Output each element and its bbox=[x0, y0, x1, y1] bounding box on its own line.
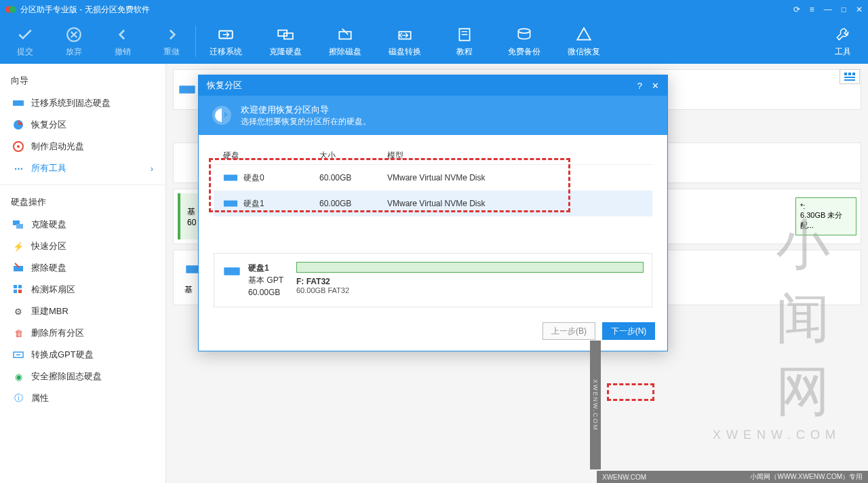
wipe-disk-button[interactable]: 擦除磁盘 bbox=[325, 26, 366, 58]
view-toggle-button[interactable] bbox=[840, 69, 860, 84]
sidebar-item-properties[interactable]: ⓘ属性 bbox=[0, 387, 165, 409]
preview-disk-name: 硬盘1 bbox=[248, 262, 283, 274]
sidebar-item-bootable-disc[interactable]: 制作启动光盘 bbox=[0, 136, 165, 157]
table-row[interactable]: 硬盘1 60.00GB VMware Virtual NVMe Disk bbox=[214, 191, 652, 216]
svg-rect-22 bbox=[844, 73, 847, 75]
sidebar-item-migrate-ssd[interactable]: 迁移系统到固态硬盘 bbox=[0, 92, 165, 114]
sidebar-item-convert-gpt[interactable]: 转换成GPT硬盘 bbox=[0, 344, 165, 366]
undo-button[interactable]: 撤销 bbox=[104, 26, 141, 58]
main-toolbar: 提交 放弃 撤销 重做 迁移系统 克隆硬盘 擦除磁盘 磁盘转换 教程 免费备份 … bbox=[0, 19, 868, 64]
sidebar-item-all-tools[interactable]: ⋯所有工具› bbox=[0, 157, 165, 179]
window-title: 分区助手专业版 - 无损分区免费软件 bbox=[20, 4, 793, 16]
dialog-header: 恢复分区 ? ✕ bbox=[199, 75, 667, 96]
recover-partition-dialog: 恢复分区 ? ✕ 欢迎使用恢复分区向导 选择您想要恢复的分区所在的硬盘。 硬盘 … bbox=[198, 75, 668, 351]
svg-rect-6 bbox=[339, 31, 351, 39]
commit-button[interactable]: 提交 bbox=[7, 26, 43, 58]
svg-rect-24 bbox=[852, 73, 855, 75]
chevron-right-icon: › bbox=[151, 163, 153, 174]
eraser-icon bbox=[12, 262, 24, 274]
svg-rect-27 bbox=[179, 85, 195, 94]
disk-convert-button[interactable]: 磁盘转换 bbox=[384, 26, 425, 58]
ssd-icon bbox=[12, 97, 24, 109]
disk-icon bbox=[222, 262, 241, 281]
migrate-os-button[interactable]: 迁移系统 bbox=[205, 26, 246, 58]
partition-label: F: FAT32 bbox=[296, 277, 644, 286]
sidebar-item-clone-disk[interactable]: 克隆硬盘 bbox=[0, 214, 165, 235]
tutorial-button[interactable]: 教程 bbox=[444, 26, 485, 58]
next-button[interactable]: 下一步(N) bbox=[602, 322, 655, 340]
svg-rect-31 bbox=[224, 200, 237, 206]
gear-icon: ⚙ bbox=[12, 305, 24, 317]
disk-icon bbox=[223, 172, 238, 183]
table-header: 硬盘 大小 模型 bbox=[214, 147, 652, 165]
bolt-icon: ⚡ bbox=[12, 240, 24, 252]
disk-preview: 硬盘1 基本 GPT 60.00GB F: FAT32 60.00GB FAT3… bbox=[214, 253, 652, 307]
maximize-icon[interactable]: □ bbox=[842, 5, 846, 14]
svg-rect-17 bbox=[14, 285, 17, 288]
pie-icon bbox=[12, 119, 24, 131]
svg-rect-20 bbox=[18, 290, 22, 293]
table-row[interactable]: 硬盘0 60.00GB VMware Virtual NVMe Disk bbox=[214, 165, 652, 191]
svg-point-13 bbox=[17, 145, 20, 148]
app-logo-icon bbox=[5, 4, 16, 15]
col-disk: 硬盘 bbox=[218, 150, 319, 161]
sidebar-item-rebuild-mbr[interactable]: ⚙重建MBR bbox=[0, 301, 165, 322]
grid-icon bbox=[12, 284, 24, 296]
menu-icon[interactable]: ≡ bbox=[810, 5, 814, 14]
sidebar-item-secure-erase-ssd[interactable]: ◉安全擦除固态硬盘 bbox=[0, 366, 165, 387]
svg-rect-32 bbox=[224, 267, 239, 275]
preview-disk-type: 基本 GPT bbox=[248, 274, 283, 286]
prev-button[interactable]: 上一步(B) bbox=[542, 322, 595, 340]
redo-button[interactable]: 重做 bbox=[153, 26, 190, 58]
col-size: 大小 bbox=[319, 150, 387, 161]
sidebar: 向导 迁移系统到固态硬盘 恢复分区 制作启动光盘 ⋯所有工具› 硬盘操作 克隆硬… bbox=[0, 64, 166, 483]
dots-icon: ⋯ bbox=[12, 162, 24, 174]
disc-icon bbox=[12, 140, 24, 153]
dialog-close-icon[interactable]: ✕ bbox=[652, 81, 659, 91]
disk-icon bbox=[178, 80, 197, 99]
unallocated-block[interactable]: *: 6.30GB 未分配... bbox=[795, 197, 856, 235]
window-controls: ⟳ ≡ — □ ✕ bbox=[793, 5, 863, 14]
svg-rect-10 bbox=[13, 100, 24, 106]
unalloc-label: *: bbox=[800, 202, 852, 210]
col-model: 模型 bbox=[387, 150, 648, 161]
sidebar-item-delete-all[interactable]: 🗑删除所有分区 bbox=[0, 322, 165, 344]
help-icon[interactable]: ? bbox=[637, 81, 642, 91]
close-icon[interactable]: ✕ bbox=[856, 5, 863, 14]
wizard-section-title: 向导 bbox=[0, 69, 165, 92]
svg-rect-18 bbox=[18, 285, 22, 288]
unalloc-size: 6.30GB 未分配... bbox=[800, 210, 852, 231]
tools-button[interactable]: 工具 bbox=[825, 26, 861, 58]
titlebar: 分区助手专业版 - 无损分区免费软件 ⟳ ≡ — □ ✕ bbox=[0, 0, 868, 19]
convert-icon bbox=[12, 349, 24, 361]
sidebar-item-wipe-disk[interactable]: 擦除硬盘 bbox=[0, 257, 165, 279]
dialog-title: 恢复分区 bbox=[207, 79, 637, 92]
sidebar-item-quick-partition[interactable]: ⚡快速分区 bbox=[0, 235, 165, 257]
partition-sub: 60.00GB FAT32 bbox=[296, 286, 644, 294]
svg-rect-30 bbox=[224, 174, 237, 180]
shield-icon: ◉ bbox=[12, 370, 24, 383]
refresh-icon[interactable]: ⟳ bbox=[793, 5, 800, 14]
trash-icon: 🗑 bbox=[12, 327, 24, 339]
svg-rect-19 bbox=[14, 290, 17, 293]
wechat-recover-button[interactable]: 微信恢复 bbox=[564, 26, 604, 58]
svg-point-9 bbox=[518, 28, 530, 33]
info-icon: ⓘ bbox=[12, 392, 24, 404]
sidebar-item-recover-partition[interactable]: 恢复分区 bbox=[0, 114, 165, 136]
dialog-banner: 欢迎使用恢复分区向导 选择您想要恢复的分区所在的硬盘。 bbox=[199, 96, 667, 135]
svg-rect-26 bbox=[844, 79, 855, 81]
wizard-icon bbox=[211, 104, 233, 126]
banner-title: 欢迎使用恢复分区向导 bbox=[241, 104, 371, 116]
clone-disk-button[interactable]: 克隆硬盘 bbox=[265, 26, 306, 58]
svg-rect-15 bbox=[16, 224, 23, 229]
sidebar-item-bad-sector[interactable]: 检测坏扇区 bbox=[0, 279, 165, 301]
discard-button[interactable]: 放弃 bbox=[56, 26, 92, 58]
disk-icon bbox=[223, 198, 238, 209]
backup-button[interactable]: 免费备份 bbox=[504, 26, 545, 58]
ops-section-title: 硬盘操作 bbox=[0, 191, 165, 214]
svg-rect-23 bbox=[848, 73, 851, 75]
minimize-icon[interactable]: — bbox=[824, 5, 832, 14]
partition-bar[interactable] bbox=[296, 262, 644, 273]
svg-rect-25 bbox=[844, 77, 855, 78]
banner-subtitle: 选择您想要恢复的分区所在的硬盘。 bbox=[241, 116, 371, 128]
